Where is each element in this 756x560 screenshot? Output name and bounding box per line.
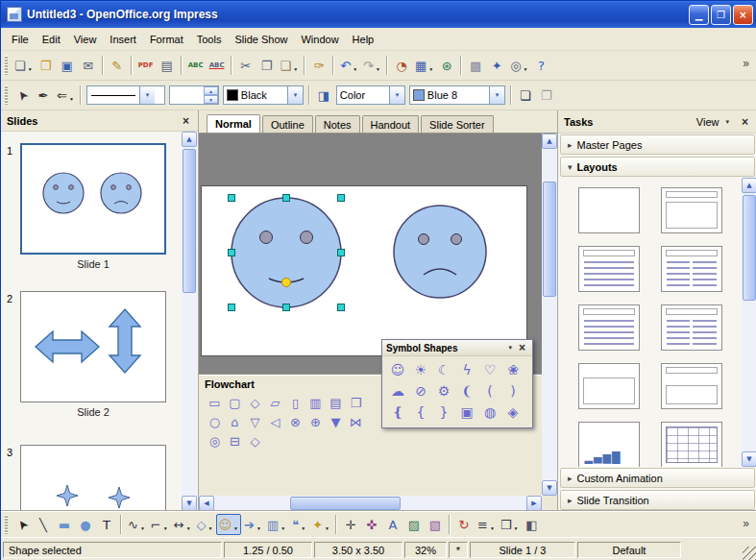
section-custom-animation[interactable]: ▸ Custom Animation: [560, 468, 755, 488]
fontwork-button[interactable]: A: [382, 514, 403, 535]
arrange-button[interactable]: ❒▼: [498, 514, 522, 535]
line-tool[interactable]: ╲: [33, 514, 54, 535]
slide-canvas[interactable]: [201, 185, 527, 356]
close-icon[interactable]: ×: [516, 341, 528, 354]
scroll-up-icon[interactable]: ▲: [182, 132, 197, 147]
scrollbar-thumb[interactable]: [743, 195, 756, 301]
help-button[interactable]: ?: [530, 55, 551, 76]
tab-notes[interactable]: Notes: [315, 115, 360, 133]
dropdown-arrow-icon[interactable]: ▼: [233, 525, 238, 534]
flowchart-shape[interactable]: ▥: [305, 393, 326, 412]
tab-slide-sorter[interactable]: Slide Sorter: [421, 115, 493, 133]
from-file-button[interactable]: ▨: [403, 514, 425, 535]
close-button[interactable]: ×: [733, 5, 753, 25]
symbol-shape[interactable]: {: [409, 402, 432, 423]
resize-grip[interactable]: [743, 547, 756, 560]
symbol-shape[interactable]: ♡: [478, 359, 501, 380]
arrow-style-button[interactable]: ⇐▼: [54, 85, 77, 106]
dropdown-arrow-icon[interactable]: ▼: [293, 66, 298, 75]
scroll-down-icon[interactable]: ▼: [182, 496, 197, 511]
basic-shapes-tool[interactable]: ◇▼: [194, 514, 216, 535]
select-tool-icon[interactable]: ➤: [12, 85, 33, 106]
fill-style-select[interactable]: Color ▼: [336, 85, 405, 105]
symbol-palette-titlebar[interactable]: Symbol Shapes ▾ ×: [382, 340, 532, 356]
slide-2-preview[interactable]: [20, 291, 166, 402]
extrusion-button[interactable]: ◧: [521, 514, 542, 535]
dropdown-arrow-icon[interactable]: ▼: [490, 525, 495, 534]
zoom-button[interactable]: ◎▼: [507, 55, 530, 76]
connector-tool[interactable]: ⌐▼: [148, 514, 171, 535]
flowchart-shape[interactable]: ▭: [205, 393, 225, 412]
flowchart-shape[interactable]: ▯: [285, 393, 305, 412]
layout-title-list-wide[interactable]: [578, 304, 640, 351]
symbol-shape[interactable]: ☁: [386, 380, 409, 402]
symbol-shape[interactable]: ☾: [432, 359, 455, 380]
line-width-spinner[interactable]: ▲ ▼: [169, 85, 219, 105]
line-width-input[interactable]: [170, 86, 204, 104]
layout-title-list[interactable]: [578, 246, 640, 292]
lines-arrows-tool[interactable]: ↔▼: [171, 514, 194, 535]
dropdown-arrow-icon[interactable]: ▼: [376, 66, 380, 75]
symbol-shape[interactable]: ▣: [455, 402, 478, 423]
symbol-shape[interactable]: ): [501, 380, 524, 402]
paste-button[interactable]: ❑▼: [278, 55, 302, 76]
line-style-select[interactable]: ▼: [86, 85, 165, 105]
toolbar-overflow-button[interactable]: »: [739, 55, 753, 72]
layout-title-content-bottom[interactable]: [661, 363, 722, 409]
flowchart-shape[interactable]: ◇: [245, 393, 265, 412]
toolbar-grip[interactable]: [5, 85, 8, 105]
section-slide-transition[interactable]: ▸ Slide Transition: [560, 490, 755, 510]
dropdown-arrow-icon[interactable]: ▼: [186, 525, 191, 534]
format-paintbrush-button[interactable]: ✑: [308, 55, 329, 76]
toolbar-overflow-button[interactable]: »: [739, 515, 753, 532]
select-tool[interactable]: ➤: [12, 514, 33, 535]
menu-view[interactable]: View: [67, 31, 104, 48]
open-button[interactable]: ❐: [36, 55, 57, 76]
maximize-button[interactable]: ❐: [711, 5, 731, 25]
flowchart-shape[interactable]: ▼: [326, 412, 346, 431]
new-document-button[interactable]: ❏▼: [12, 55, 36, 76]
section-layouts[interactable]: ▾ Layouts: [560, 157, 755, 177]
flowchart-shape[interactable]: ◎: [205, 431, 225, 450]
scrollbar-thumb[interactable]: [290, 497, 401, 510]
alignment-button[interactable]: ≡▼: [475, 514, 498, 535]
chart-button[interactable]: ◔: [391, 55, 412, 76]
dropdown-arrow-icon[interactable]: ▼: [140, 525, 145, 534]
callouts-tool[interactable]: ❝▼: [288, 514, 309, 535]
minimize-button[interactable]: ▁: [689, 5, 709, 25]
scroll-up-icon[interactable]: ▲: [542, 134, 557, 149]
flowchart-shape[interactable]: ⋈: [346, 412, 366, 431]
symbol-shape[interactable]: ⚙: [432, 380, 455, 402]
toolbar-grip[interactable]: [5, 515, 8, 534]
dropdown-arrow-icon[interactable]: ▼: [208, 525, 213, 534]
rotate-button[interactable]: ↻: [453, 514, 475, 535]
save-button[interactable]: ▣: [57, 55, 78, 76]
auto-spellcheck-button[interactable]: ABC: [207, 55, 228, 76]
horizontal-scrollbar[interactable]: ◀ ▶: [199, 496, 542, 511]
spin-up-icon[interactable]: ▲: [204, 86, 218, 95]
rectangle-tool[interactable]: ▬: [54, 514, 75, 535]
undo-button[interactable]: ↶▼: [337, 55, 360, 76]
glue-points-button[interactable]: ✜: [361, 514, 382, 535]
flowchart-shape[interactable]: ▽: [245, 412, 265, 431]
scroll-down-icon[interactable]: ▼: [742, 451, 756, 467]
tab-normal[interactable]: Normal: [207, 114, 260, 133]
navigator-button[interactable]: ✦: [486, 55, 507, 76]
dropdown-arrow-icon[interactable]: ▼: [301, 525, 305, 534]
ellipse-tool[interactable]: ●: [75, 514, 96, 535]
dropdown-arrow-icon[interactable]: ▼: [163, 525, 168, 534]
print-button[interactable]: ▤: [157, 55, 178, 76]
scroll-down-icon[interactable]: ▼: [542, 480, 557, 496]
layout-title-two-lists[interactable]: [661, 246, 722, 292]
spellcheck-button[interactable]: ABC: [185, 55, 207, 76]
layout-title-content-list[interactable]: [661, 304, 722, 351]
menu-window[interactable]: Window: [294, 31, 345, 48]
chevron-down-icon[interactable]: ▾: [504, 344, 516, 352]
symbol-shape[interactable]: }: [432, 402, 455, 423]
chevron-down-icon[interactable]: ▼: [287, 86, 303, 104]
menu-tools[interactable]: Tools: [190, 31, 229, 48]
fill-color-select[interactable]: Blue 8 ▼: [409, 85, 505, 105]
close-icon[interactable]: ×: [739, 115, 751, 129]
dropdown-arrow-icon[interactable]: ▼: [69, 96, 74, 105]
chevron-down-icon[interactable]: ▼: [489, 86, 504, 104]
